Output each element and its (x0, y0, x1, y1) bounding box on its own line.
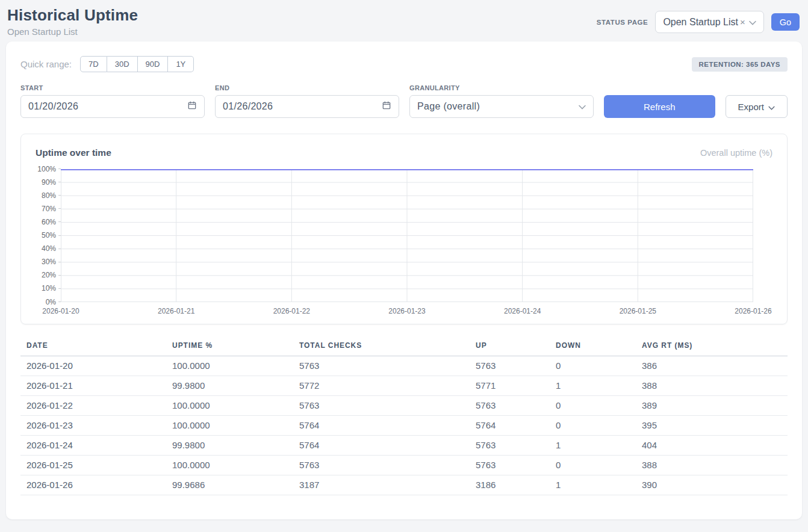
y-axis-tick-label: 100% (37, 165, 61, 173)
table-cell: 99.9686 (166, 475, 293, 495)
uptime-table: DATEUPTIME %TOTAL CHECKSUPDOWNAVG RT (MS… (20, 339, 788, 495)
chevron-down-icon (579, 101, 586, 112)
status-page-label: STATUS PAGE (597, 19, 648, 26)
x-axis-tick-label: 2026-01-20 (42, 307, 79, 315)
page-title: Historical Uptime (7, 6, 138, 25)
granularity-selected-value: Page (overall) (417, 101, 480, 112)
status-page-select[interactable]: Open Startup List × (655, 11, 763, 33)
table-cell: 388 (636, 456, 788, 475)
table-cell: 5763 (470, 436, 550, 456)
table-cell: 2026-01-26 (20, 475, 166, 495)
table-cell: 5763 (293, 356, 470, 376)
start-date-input[interactable]: 01/20/2026 (20, 95, 205, 118)
retention-badge: RETENTION: 365 DAYS (692, 57, 788, 72)
table-cell: 2026-01-23 (20, 416, 166, 436)
calendar-icon[interactable] (382, 101, 391, 113)
table-cell: 5764 (293, 416, 470, 436)
export-button[interactable]: Export (726, 95, 788, 118)
y-axis-tick-label: 30% (42, 258, 61, 266)
quick-range-90d-button[interactable]: 90D (138, 56, 169, 72)
chart-y-axis: 0%10%20%30%40%50%60%70%80%90%100% (36, 169, 61, 302)
x-axis-tick-label: 2026-01-25 (620, 307, 656, 315)
table-cell: 2026-01-25 (20, 456, 166, 475)
table-row: 2026-01-23100.0000576457640395 (20, 416, 788, 436)
chevron-down-icon (768, 102, 775, 112)
start-date-field-group: START 01/20/2026 (20, 84, 205, 118)
table-cell: 390 (636, 475, 788, 495)
end-date-label: END (215, 84, 399, 91)
y-axis-tick-label: 40% (42, 244, 61, 253)
x-axis-tick-label: 2026-01-23 (388, 307, 425, 315)
table-row: 2026-01-2699.9686318731861390 (20, 475, 788, 495)
table-row: 2026-01-20100.0000576357630386 (20, 356, 788, 376)
column-header-date: DATE (20, 339, 166, 356)
chart-x-axis: 2026-01-202026-01-212026-01-222026-01-23… (61, 302, 753, 315)
header-titles: Historical Uptime Open Startup List (7, 6, 138, 37)
quick-range-1y-button[interactable]: 1Y (168, 56, 194, 72)
x-axis-tick-label: 2026-01-22 (273, 307, 310, 315)
table-cell: 1 (550, 436, 636, 456)
column-header-uptime: UPTIME % (166, 339, 293, 356)
table-cell: 0 (550, 356, 636, 376)
chart-plot-area: 2026-01-202026-01-212026-01-222026-01-23… (61, 169, 753, 315)
table-cell: 5764 (293, 436, 470, 456)
quick-range-row: Quick range: 7D 30D 90D 1Y RETENTION: 36… (20, 56, 788, 72)
quick-range-7d-button[interactable]: 7D (80, 56, 107, 72)
table-cell: 0 (550, 416, 636, 436)
table-cell: 5763 (470, 356, 550, 376)
page-subtitle: Open Startup List (7, 26, 138, 37)
y-axis-tick-label: 0% (46, 298, 61, 306)
export-button-label: Export (738, 102, 764, 112)
end-date-value: 01/26/2026 (223, 101, 273, 112)
table-cell: 389 (636, 396, 788, 416)
table-cell: 395 (636, 416, 788, 436)
filters-row: START 01/20/2026 END 01/26/2026 GRANULAR… (20, 84, 788, 118)
quick-range-group: 7D 30D 90D 1Y (80, 56, 194, 72)
table-header: DATEUPTIME %TOTAL CHECKSUPDOWNAVG RT (MS… (20, 339, 788, 356)
granularity-select[interactable]: Page (overall) (409, 95, 594, 118)
calendar-icon[interactable] (187, 101, 197, 113)
table-cell: 99.9800 (166, 436, 293, 456)
clear-selection-icon[interactable]: × (740, 17, 745, 27)
status-page-selected-value: Open Startup List (663, 17, 738, 28)
top-header: Historical Uptime Open Startup List STAT… (0, 0, 808, 42)
table-cell: 2026-01-21 (20, 376, 166, 396)
quick-range-label: Quick range: (20, 59, 72, 69)
table-cell: 5763 (293, 396, 470, 416)
start-date-value: 01/20/2026 (28, 101, 78, 112)
table-cell: 0 (550, 456, 636, 475)
chart-legend: Overall uptime (%) (700, 148, 772, 158)
table-cell: 5771 (470, 376, 550, 396)
y-axis-tick-label: 70% (42, 205, 61, 213)
table-cell: 3186 (470, 475, 550, 495)
table-cell: 5763 (293, 456, 470, 475)
uptime-line-chart (61, 169, 753, 302)
table-cell: 388 (636, 376, 788, 396)
go-button[interactable]: Go (771, 13, 800, 31)
table-cell: 386 (636, 356, 788, 376)
table-cell: 100.0000 (166, 456, 293, 475)
table-cell: 404 (636, 436, 788, 456)
table-row: 2026-01-22100.0000576357630389 (20, 396, 788, 416)
table-cell: 5763 (470, 396, 550, 416)
column-header-down: DOWN (550, 339, 636, 356)
table-cell: 3187 (293, 475, 470, 495)
y-axis-tick-label: 10% (42, 284, 61, 292)
table-cell: 99.9800 (166, 376, 293, 396)
granularity-label: GRANULARITY (409, 84, 594, 91)
main-panel: Quick range: 7D 30D 90D 1Y RETENTION: 36… (6, 42, 802, 519)
column-header-up: UP (470, 339, 550, 356)
chart-body: 0%10%20%30%40%50%60%70%80%90%100% 2026-0… (36, 169, 772, 315)
refresh-button[interactable]: Refresh (604, 95, 715, 118)
quick-range-30d-button[interactable]: 30D (107, 56, 138, 72)
table-cell: 100.0000 (166, 396, 293, 416)
table-cell: 1 (550, 376, 636, 396)
chevron-down-icon (749, 17, 756, 28)
table-cell: 2026-01-22 (20, 396, 166, 416)
y-axis-tick-label: 20% (42, 271, 61, 279)
chart-header: Uptime over time Overall uptime (%) (36, 147, 772, 158)
y-axis-tick-label: 60% (42, 218, 61, 226)
table-row: 2026-01-2199.9800577257711388 (20, 376, 788, 396)
end-date-input[interactable]: 01/26/2026 (215, 95, 399, 118)
start-date-label: START (20, 84, 205, 91)
